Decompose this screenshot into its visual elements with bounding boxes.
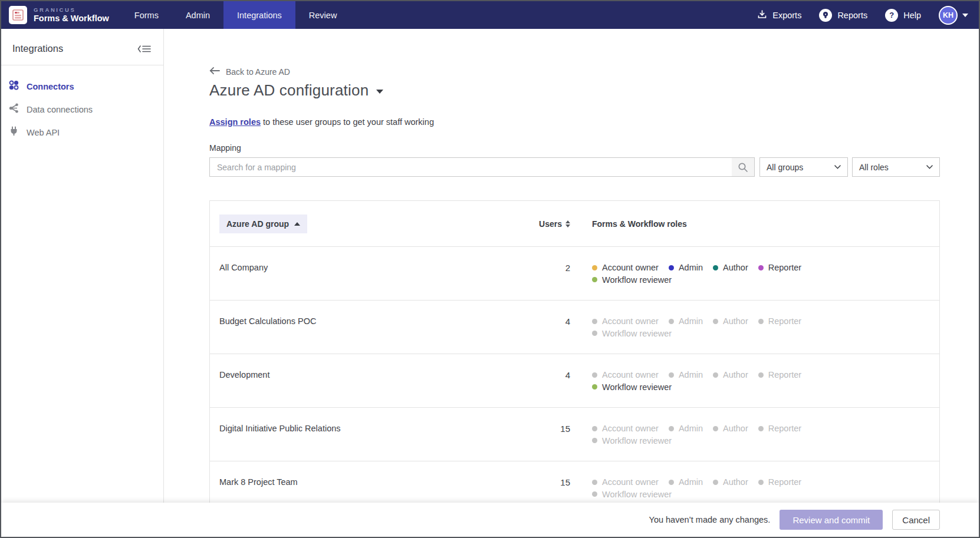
role-label: Admin <box>679 369 703 381</box>
role-pill: Admin <box>669 423 703 435</box>
roles-cell: Account ownerAdminAuthorReporter Workflo… <box>570 315 939 354</box>
groups-filter-select[interactable]: All groups <box>759 157 848 177</box>
sort-button-group[interactable]: Azure AD group <box>219 214 307 233</box>
role-pill: Reporter <box>758 423 801 435</box>
role-pill: Account owner <box>592 315 659 328</box>
subtitle: Assign roles to these user groups to get… <box>209 117 940 127</box>
sidebar-item-connectors[interactable]: Connectors <box>1 75 163 98</box>
body: Integrations <box>1 29 979 503</box>
groups-filter-value: All groups <box>767 163 803 172</box>
role-line: Account ownerAdminAuthorReporter <box>592 369 939 381</box>
sidebar-item-web-api[interactable]: Web API <box>1 121 163 144</box>
role-label: Account owner <box>602 476 659 489</box>
granicus-logo-icon <box>9 6 27 24</box>
sort-both-icon <box>565 220 570 227</box>
nav-item-admin[interactable]: Admin <box>172 1 223 29</box>
role-dot-icon <box>758 265 764 270</box>
brand-text: GRANICUS Forms & Workflow <box>34 7 109 24</box>
exports-button[interactable]: Exports <box>757 9 801 21</box>
sidebar-item-label: Web API <box>27 128 60 137</box>
role-dot-icon <box>713 372 718 378</box>
group-cell: Mark 8 Project Team <box>210 476 540 503</box>
nav-label: Admin <box>186 11 210 20</box>
role-line: Account ownerAdminAuthorReporter <box>592 423 939 435</box>
role-line: Workflow reviewer <box>592 435 939 447</box>
role-pill: Workflow reviewer <box>592 381 672 394</box>
users-cell: 15 <box>540 476 570 503</box>
brand[interactable]: GRANICUS Forms & Workflow <box>1 1 121 29</box>
role-pill: Author <box>713 315 748 328</box>
role-label: Admin <box>679 262 703 274</box>
users-cell: 4 <box>540 369 570 407</box>
role-pill: Author <box>713 476 748 489</box>
role-line: Workflow reviewer <box>592 328 939 340</box>
review-and-commit-button[interactable]: Review and commit <box>780 510 883 530</box>
chevron-down-icon <box>926 165 933 169</box>
role-line: Account ownerAdminAuthorReporter <box>592 476 939 489</box>
chevron-down-icon <box>834 165 841 169</box>
brand-company: GRANICUS <box>34 7 109 14</box>
roles-cell: Account ownerAdminAuthorReporter Workflo… <box>570 262 939 300</box>
download-icon <box>757 9 767 21</box>
cancel-button[interactable]: Cancel <box>892 510 940 530</box>
role-dot-icon <box>592 372 597 378</box>
role-label: Author <box>723 369 748 381</box>
header-users-label: Users <box>539 219 562 229</box>
role-label: Reporter <box>768 369 801 381</box>
role-label: Reporter <box>768 262 801 274</box>
role-pill: Reporter <box>758 262 801 274</box>
table-row[interactable]: All Company 2 Account ownerAdminAuthorRe… <box>210 246 939 300</box>
role-dot-icon <box>713 480 718 485</box>
changes-status-text: You haven’t made any changes. <box>649 515 771 524</box>
search-icon[interactable] <box>732 158 754 176</box>
role-dot-icon <box>592 265 597 270</box>
role-label: Workflow reviewer <box>602 435 672 447</box>
back-link[interactable]: Back to Azure AD <box>209 67 290 77</box>
top-navbar: GRANICUS Forms & Workflow Forms Admin In… <box>1 1 979 29</box>
sort-asc-icon <box>294 222 300 226</box>
role-pill: Author <box>713 262 748 274</box>
search-input[interactable] <box>210 158 732 176</box>
header-cell-group: Azure AD group <box>210 214 540 233</box>
group-cell: Digital Initiative Public Relations <box>210 423 540 461</box>
role-label: Author <box>723 315 748 328</box>
nav-item-forms[interactable]: Forms <box>121 1 172 29</box>
mapping-table: Azure AD group Users Forms & Workflow ro… <box>209 200 940 503</box>
role-dot-icon <box>592 438 597 443</box>
reports-button[interactable]: Reports <box>819 9 867 22</box>
sidebar-collapse-icon[interactable] <box>137 44 152 54</box>
role-dot-icon <box>713 265 718 270</box>
nav-item-integrations[interactable]: Integrations <box>223 1 295 29</box>
role-dot-icon <box>669 426 674 431</box>
table-row[interactable]: Development 4 Account ownerAdminAuthorRe… <box>210 354 939 407</box>
group-cell: All Company <box>210 262 540 300</box>
role-line: Account ownerAdminAuthorReporter <box>592 315 939 328</box>
table-row[interactable]: Digital Initiative Public Relations 15 A… <box>210 407 939 461</box>
nav-label: Forms <box>134 11 159 20</box>
app-window: GRANICUS Forms & Workflow Forms Admin In… <box>0 0 980 538</box>
role-pill: Reporter <box>758 315 801 328</box>
sort-button-users[interactable]: Users <box>540 219 570 229</box>
role-label: Account owner <box>602 423 659 435</box>
mapping-search <box>209 157 755 177</box>
role-label: Admin <box>679 423 703 435</box>
nav-item-review[interactable]: Review <box>295 1 351 29</box>
sidebar-item-data-connections[interactable]: Data connections <box>1 98 163 121</box>
plug-icon <box>8 126 19 139</box>
role-label: Workflow reviewer <box>602 489 672 501</box>
table-body: All Company 2 Account ownerAdminAuthorRe… <box>210 246 939 503</box>
header-group-label: Azure AD group <box>226 219 289 229</box>
assign-roles-link[interactable]: Assign roles <box>209 117 261 127</box>
user-menu[interactable]: KH <box>939 6 968 25</box>
roles-filter-select[interactable]: All roles <box>852 157 940 177</box>
role-label: Workflow reviewer <box>602 381 672 394</box>
help-button[interactable]: ? Help <box>885 9 921 22</box>
roles-cell: Account ownerAdminAuthorReporter Workflo… <box>570 423 939 461</box>
table-row[interactable]: Budget Calculations POC 4 Account ownerA… <box>210 300 939 354</box>
role-line: Account ownerAdminAuthorReporter <box>592 262 939 274</box>
page-title-dropdown[interactable]: Azure AD configuration <box>209 81 383 100</box>
table-row[interactable]: Mark 8 Project Team 15 Account ownerAdmi… <box>210 461 939 503</box>
users-cell: 4 <box>540 315 570 354</box>
commit-footer: You haven’t made any changes. Review and… <box>1 503 979 537</box>
role-dot-icon <box>592 480 597 485</box>
